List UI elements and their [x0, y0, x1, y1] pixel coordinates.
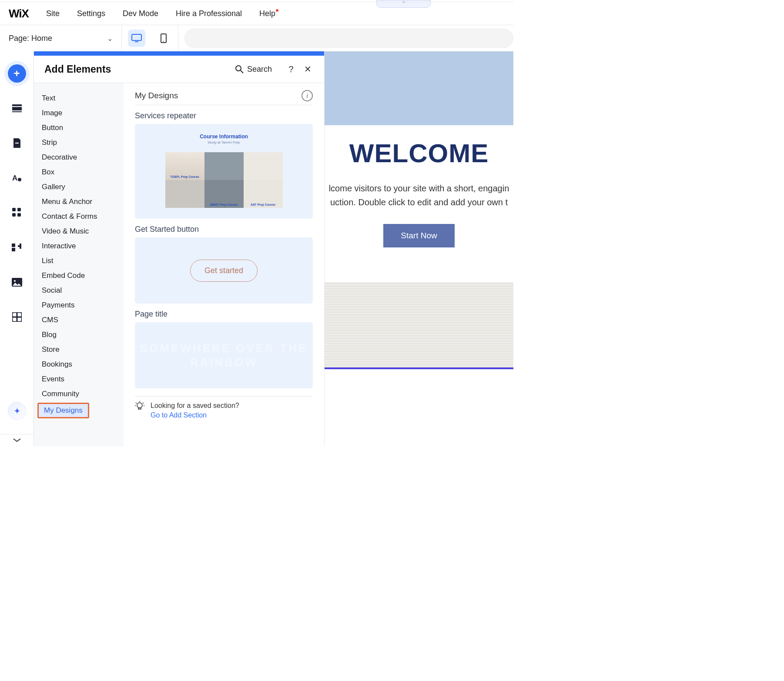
design-item-services[interactable]: Course Information Study at Tamrin Prep [135, 124, 313, 219]
hero-heading[interactable]: WELCOME [325, 138, 513, 168]
wix-logo[interactable]: WiX [9, 7, 29, 20]
search-icon [235, 65, 244, 73]
svg-line-27 [143, 403, 144, 404]
category-contact-forms[interactable]: Contact & Forms [34, 209, 124, 224]
menu-hire[interactable]: Hire a Professional [176, 9, 242, 18]
category-box[interactable]: Box [34, 165, 124, 180]
svg-point-9 [18, 178, 21, 181]
hero-cta-button[interactable]: Start Now [383, 224, 454, 247]
panel-search[interactable]: Search [235, 65, 272, 74]
category-payments[interactable]: Payments [34, 298, 124, 313]
svg-rect-15 [12, 248, 15, 251]
apps-icon [12, 208, 22, 217]
services-tile [165, 152, 204, 180]
category-blog[interactable]: Blog [34, 327, 124, 342]
add-elements-button[interactable]: + [8, 64, 26, 83]
getstarted-preview-button: Get started [190, 260, 258, 282]
hero-paragraph[interactable]: lcome visitors to your site with a short… [325, 181, 513, 209]
hint-link-add-section[interactable]: Go to Add Section [151, 411, 239, 419]
toolbar-cms[interactable] [8, 308, 26, 326]
toolbar-addons[interactable] [8, 238, 26, 257]
panel-close-button[interactable]: ✕ [302, 64, 314, 74]
category-menu-anchor[interactable]: Menu & Anchor [34, 194, 124, 209]
menu-settings[interactable]: Settings [77, 9, 105, 18]
category-decorative[interactable]: Decorative [34, 150, 124, 165]
services-tile [244, 180, 283, 208]
sand-section [325, 282, 513, 369]
editor-subbar: Page: Home ⌄ [0, 25, 513, 51]
svg-text:A: A [12, 174, 17, 182]
category-video-music[interactable]: Video & Music [34, 224, 124, 239]
mobile-icon [161, 33, 167, 43]
category-store[interactable]: Store [34, 342, 124, 357]
design-item-getstarted[interactable]: Get started [135, 237, 313, 304]
page-selector[interactable]: Page: Home ⌄ [0, 25, 122, 51]
category-list-el[interactable]: List [34, 254, 124, 268]
saved-section-hint: Looking for a saved section? Go to Add S… [135, 402, 313, 419]
services-preview-grid [165, 152, 283, 208]
svg-rect-1 [135, 41, 138, 42]
category-embed[interactable]: Embed Code [34, 268, 124, 283]
info-icon[interactable]: i [302, 90, 313, 101]
mobile-view-button[interactable] [155, 30, 172, 47]
media-icon [12, 278, 22, 287]
category-community[interactable]: Community [34, 387, 124, 401]
category-cms[interactable]: CMS [34, 313, 124, 327]
design-item-label-getstarted: Get Started button [135, 225, 313, 234]
toolbar-media[interactable] [8, 273, 26, 291]
menu-site[interactable]: Site [46, 9, 60, 18]
toolbar-collapse[interactable] [0, 434, 34, 446]
design-item-pagetitle[interactable]: SOMEWHERE OVER THE RAINBOW [135, 322, 313, 388]
design-item-label-pagetitle: Page title [135, 310, 313, 319]
svg-rect-14 [12, 244, 15, 247]
menu-help[interactable]: Help [259, 9, 278, 18]
divider [135, 396, 313, 397]
category-events[interactable]: Events [34, 372, 124, 387]
cms-icon [12, 312, 22, 322]
left-toolbar: + A ✦ [0, 51, 34, 446]
svg-rect-5 [12, 107, 22, 110]
sparkle-icon: ✦ [13, 406, 21, 416]
chevron-down-icon: ⌄ [107, 34, 113, 43]
services-tile [204, 180, 244, 208]
category-gallery[interactable]: Gallery [34, 180, 124, 194]
url-bar[interactable] [184, 29, 513, 48]
hint-question: Looking for a saved section? [151, 402, 239, 410]
category-image[interactable]: Image [34, 106, 124, 120]
toolbar-apps[interactable] [8, 204, 26, 222]
category-social[interactable]: Social [34, 283, 124, 298]
hero-sky-section [325, 51, 513, 125]
page-icon [13, 138, 21, 148]
panel-search-label: Search [247, 65, 272, 74]
category-my-designs[interactable]: My Designs [34, 401, 124, 420]
ai-assist-button[interactable]: ✦ [8, 402, 26, 420]
collapse-icon [13, 438, 21, 443]
toolbar-sections[interactable] [8, 99, 26, 117]
svg-line-22 [241, 70, 243, 73]
category-text[interactable]: Text [34, 91, 124, 106]
device-toggle [122, 25, 178, 51]
category-strip[interactable]: Strip [34, 135, 124, 150]
category-button[interactable]: Button [34, 120, 124, 135]
svg-point-21 [236, 66, 241, 71]
category-interactive[interactable]: Interactive [34, 239, 124, 254]
addon-icon [12, 243, 22, 252]
desktop-view-button[interactable] [128, 30, 145, 47]
toolbar-pages[interactable] [8, 134, 26, 152]
svg-rect-13 [17, 213, 21, 217]
plus-icon: + [13, 67, 20, 80]
below-section [325, 369, 513, 387]
editor-canvas[interactable]: WELCOME lcome visitors to your site with… [325, 51, 513, 446]
svg-rect-11 [17, 208, 21, 211]
lightbulb-icon [135, 401, 144, 414]
svg-rect-24 [138, 408, 141, 409]
toolbar-design[interactable]: A [8, 169, 26, 187]
svg-rect-7 [15, 143, 19, 144]
menu-devmode[interactable]: Dev Mode [123, 9, 158, 18]
pagetitle-preview-text: SOMEWHERE OVER THE RAINBOW [135, 341, 313, 370]
services-preview-sub: Study at Tamrin Prep [208, 140, 240, 144]
panel-help-button[interactable]: ? [285, 64, 297, 74]
category-bookings[interactable]: Bookings [34, 357, 124, 372]
panel-detail: My Designs i Services repeater Course In… [124, 83, 324, 446]
category-list: Text Image Button Strip Decorative Box G… [34, 83, 124, 446]
